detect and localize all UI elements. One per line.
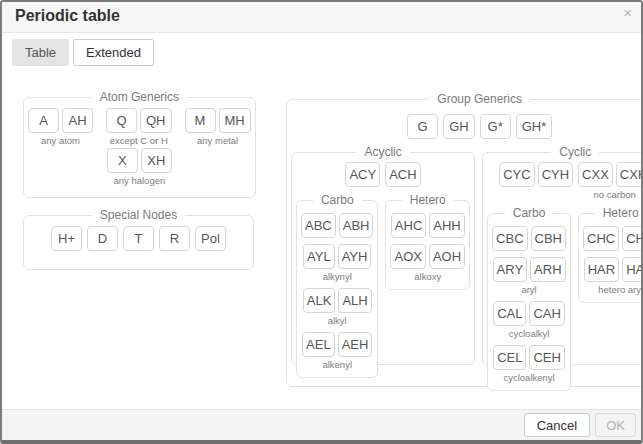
group-generics-columns: Acyclic ACY ACH Carbo ABC ABH: [291, 145, 643, 365]
button-arh[interactable]: ARH: [530, 257, 565, 282]
pair-caption: alkenyl: [322, 359, 352, 370]
button-pair: CHC CHH: [583, 226, 643, 251]
button-r[interactable]: R: [159, 226, 190, 251]
button-ahc[interactable]: AHC: [391, 213, 426, 238]
periodic-table-dialog: Periodic table × Table Extended Atom Gen…: [0, 0, 643, 444]
button-x[interactable]: X: [107, 148, 138, 173]
tab-bar: Table Extended: [12, 39, 154, 66]
button-pair-any-metal: M MH any metal: [185, 108, 251, 146]
button-cxh[interactable]: CXH: [616, 162, 643, 187]
button-q[interactable]: Q: [106, 108, 137, 133]
button-gh[interactable]: GH: [443, 114, 475, 139]
button-xh[interactable]: XH: [141, 148, 172, 173]
button-ayl[interactable]: AYL: [303, 244, 335, 269]
cancel-button[interactable]: Cancel: [524, 413, 590, 437]
pair-caption: cycloalkyl: [509, 328, 550, 339]
button-har[interactable]: HAR: [584, 257, 619, 282]
pair-caption: cycloalkenyl: [503, 372, 554, 383]
button-pair-alkynyl: AYL AYH alkynyl: [301, 244, 373, 282]
button-ach[interactable]: ACH: [385, 162, 420, 187]
close-icon[interactable]: ×: [623, 5, 632, 20]
button-pair-alkoxy: AOX AOH alkoxy: [390, 244, 465, 282]
acyclic-section: Acyclic ACY ACH Carbo ABC ABH: [291, 145, 475, 365]
atom-generics-section: Atom Generics A AH any atom Q QH except …: [23, 90, 256, 198]
acyclic-hetero-legend: Hetero: [402, 193, 454, 207]
button-ah[interactable]: AH: [62, 108, 93, 133]
pair-caption: alkyl: [328, 315, 347, 326]
pair-caption: except C or H: [110, 135, 168, 146]
button-pol[interactable]: Pol: [195, 226, 226, 251]
button-pair: ABC ABH: [301, 213, 373, 238]
button-pair-alkyl: ALK ALH alkyl: [301, 288, 373, 326]
button-cal[interactable]: CAL: [493, 301, 526, 326]
button-cyc[interactable]: CYC: [499, 162, 534, 187]
dialog-header: Periodic table ×: [2, 2, 641, 33]
button-acy[interactable]: ACY: [345, 162, 380, 187]
pair-caption: aryl: [521, 284, 536, 295]
tab-extended[interactable]: Extended: [73, 39, 154, 66]
button-ceh[interactable]: CEH: [529, 345, 564, 370]
button-cel[interactable]: CEL: [493, 345, 526, 370]
atom-generics-row1: A AH any atom Q QH except C or H M MH an…: [28, 108, 251, 146]
button-pair: CYC CYH: [499, 162, 573, 187]
button-d[interactable]: D: [87, 226, 118, 251]
pair-caption: any metal: [197, 135, 238, 146]
button-g[interactable]: G: [407, 114, 438, 139]
button-chh[interactable]: CHH: [622, 226, 643, 251]
pair-caption: no carbon: [594, 189, 636, 200]
acyclic-carbo-legend: Carbo: [313, 193, 362, 207]
ok-button[interactable]: OK: [595, 413, 636, 437]
cyclic-row: CYC CYH CXX CXH no carbon: [487, 162, 643, 200]
button-t[interactable]: T: [123, 226, 154, 251]
cyclic-columns: Carbo CBC CBH ARY ARH a: [487, 206, 643, 391]
button-m[interactable]: M: [185, 108, 216, 133]
group-generics-row: G GH G* GH*: [291, 114, 643, 139]
button-hah[interactable]: HAH: [622, 257, 643, 282]
pair-caption: hetero aryl: [598, 284, 643, 295]
tab-table[interactable]: Table: [12, 39, 69, 66]
button-pair-except-c-or-h: Q QH except C or H: [106, 108, 172, 146]
acyclic-hetero-section: Hetero AHC AHH AOX AOH: [385, 193, 470, 290]
button-ary[interactable]: ARY: [493, 257, 528, 282]
button-ael[interactable]: AEL: [302, 332, 335, 357]
cyclic-section: Cyclic CYC CYH CXX CXH no carbon: [482, 145, 643, 365]
button-a[interactable]: A: [28, 108, 59, 133]
acyclic-row: ACY ACH: [296, 162, 470, 187]
button-pair-hetero-aryl: HAR HAH hetero aryl: [583, 257, 643, 295]
button-pair-any-atom: A AH any atom: [28, 108, 93, 146]
button-cbh[interactable]: CBH: [531, 226, 566, 251]
special-nodes-row: H+ D T R Pol: [28, 226, 249, 251]
button-pair-any-halogen: X XH any halogen: [107, 148, 172, 186]
acyclic-columns: Carbo ABC ABH AYL AYH a: [296, 193, 470, 378]
button-pair-aryl: ARY ARH aryl: [492, 257, 566, 295]
button-h-plus[interactable]: H+: [51, 226, 82, 251]
special-nodes-section: Special Nodes H+ D T R Pol: [23, 208, 254, 270]
special-nodes-legend: Special Nodes: [92, 208, 185, 222]
button-cyh[interactable]: CYH: [538, 162, 573, 187]
button-aeh[interactable]: AEH: [338, 332, 373, 357]
button-g-star[interactable]: G*: [480, 114, 511, 139]
acyclic-carbo-section: Carbo ABC ABH AYL AYH a: [296, 193, 378, 378]
button-abc[interactable]: ABC: [301, 213, 336, 238]
button-aox[interactable]: AOX: [390, 244, 425, 269]
button-ahh[interactable]: AHH: [429, 213, 464, 238]
button-aoh[interactable]: AOH: [429, 244, 465, 269]
group-generics-legend: Group Generics: [429, 92, 530, 106]
button-qh[interactable]: QH: [140, 108, 172, 133]
button-pair-no-carbon: CXX CXH no carbon: [578, 162, 643, 200]
button-pair-cycloalkenyl: CEL CEH cycloalkenyl: [492, 345, 566, 383]
pair-caption: alkoxy: [414, 271, 441, 282]
pair-caption: any halogen: [113, 175, 165, 186]
button-chc[interactable]: CHC: [583, 226, 619, 251]
button-gh-star[interactable]: GH*: [516, 114, 553, 139]
button-alk[interactable]: ALK: [303, 288, 336, 313]
button-cah[interactable]: CAH: [529, 301, 564, 326]
dialog-footer: Cancel OK: [2, 409, 641, 440]
button-cxx[interactable]: CXX: [578, 162, 613, 187]
button-ayh[interactable]: AYH: [338, 244, 372, 269]
button-mh[interactable]: MH: [219, 108, 251, 133]
button-cbc[interactable]: CBC: [492, 226, 527, 251]
button-abh[interactable]: ABH: [339, 213, 374, 238]
button-alh[interactable]: ALH: [338, 288, 371, 313]
pair-caption: any atom: [41, 135, 80, 146]
